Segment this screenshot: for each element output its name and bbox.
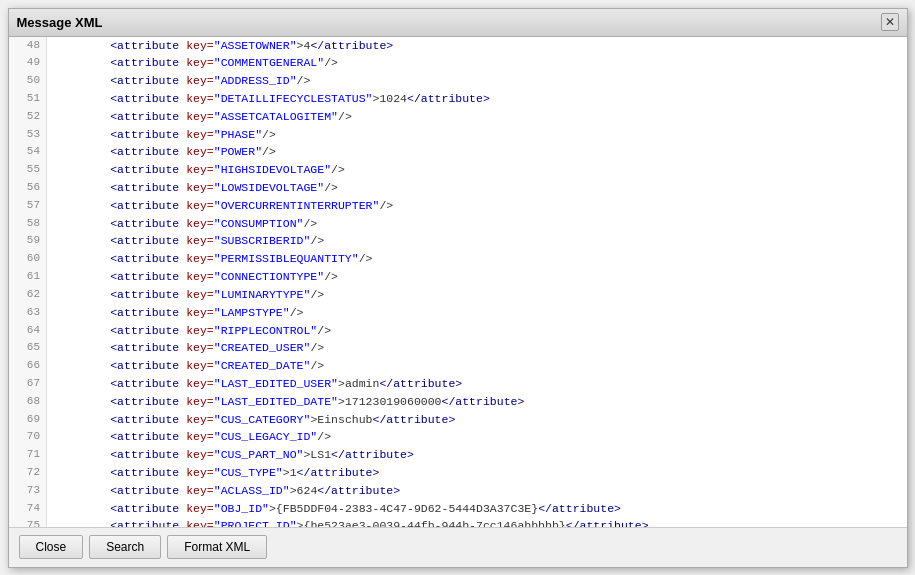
line-number: 72 bbox=[9, 464, 47, 482]
line-number: 64 bbox=[9, 322, 47, 340]
line-content: <attribute key="CUS_TYPE">1</attribute> bbox=[47, 464, 907, 482]
content-area: 48 <attribute key="ASSETOWNER">4</attrib… bbox=[9, 37, 907, 527]
line-number: 56 bbox=[9, 179, 47, 197]
title-bar: Message XML ✕ bbox=[9, 9, 907, 37]
line-content: <attribute key="RIPPLECONTROL"/> bbox=[47, 322, 907, 340]
line-number: 55 bbox=[9, 161, 47, 179]
line-content: <attribute key="PHASE"/> bbox=[47, 126, 907, 144]
line-number: 54 bbox=[9, 143, 47, 161]
line-content: <attribute key="CONNECTIONTYPE"/> bbox=[47, 268, 907, 286]
table-row: 72 <attribute key="CUS_TYPE">1</attribut… bbox=[9, 464, 907, 482]
dialog-title: Message XML bbox=[17, 15, 103, 30]
line-content: <attribute key="PROJECT_ID">{be523ae3-00… bbox=[47, 517, 907, 526]
table-row: 49 <attribute key="COMMENTGENERAL"/> bbox=[9, 54, 907, 72]
xml-code-container[interactable]: 48 <attribute key="ASSETOWNER">4</attrib… bbox=[9, 37, 907, 527]
table-row: 53 <attribute key="PHASE"/> bbox=[9, 126, 907, 144]
line-number: 70 bbox=[9, 428, 47, 446]
line-content: <attribute key="LAST_EDITED_USER">admin<… bbox=[47, 375, 907, 393]
line-content: <attribute key="CREATED_DATE"/> bbox=[47, 357, 907, 375]
table-row: 67 <attribute key="LAST_EDITED_USER">adm… bbox=[9, 375, 907, 393]
line-number: 61 bbox=[9, 268, 47, 286]
table-row: 50 <attribute key="ADDRESS_ID"/> bbox=[9, 72, 907, 90]
line-number: 50 bbox=[9, 72, 47, 90]
table-row: 63 <attribute key="LAMPSTYPE"/> bbox=[9, 304, 907, 322]
line-number: 62 bbox=[9, 286, 47, 304]
message-xml-dialog: Message XML ✕ 48 <attribute key="ASSETOW… bbox=[8, 8, 908, 568]
table-row: 71 <attribute key="CUS_PART_NO">LS1</att… bbox=[9, 446, 907, 464]
table-row: 56 <attribute key="LOWSIDEVOLTAGE"/> bbox=[9, 179, 907, 197]
line-number: 74 bbox=[9, 500, 47, 518]
line-content: <attribute key="PERMISSIBLEQUANTITY"/> bbox=[47, 250, 907, 268]
line-content: <attribute key="ACLASS_ID">624</attribut… bbox=[47, 482, 907, 500]
line-content: <attribute key="OVERCURRENTINTERRUPTER"/… bbox=[47, 197, 907, 215]
line-number: 58 bbox=[9, 215, 47, 233]
line-content: <attribute key="CUS_CATEGORY">Einschub</… bbox=[47, 411, 907, 429]
table-row: 52 <attribute key="ASSETCATALOGITEM"/> bbox=[9, 108, 907, 126]
line-number: 51 bbox=[9, 90, 47, 108]
line-number: 75 bbox=[9, 517, 47, 526]
line-content: <attribute key="ASSETCATALOGITEM"/> bbox=[47, 108, 907, 126]
line-number: 65 bbox=[9, 339, 47, 357]
line-number: 71 bbox=[9, 446, 47, 464]
table-row: 59 <attribute key="SUBSCRIBERID"/> bbox=[9, 232, 907, 250]
table-row: 75 <attribute key="PROJECT_ID">{be523ae3… bbox=[9, 517, 907, 526]
line-number: 49 bbox=[9, 54, 47, 72]
table-row: 68 <attribute key="LAST_EDITED_DATE">171… bbox=[9, 393, 907, 411]
line-number: 69 bbox=[9, 411, 47, 429]
line-number: 60 bbox=[9, 250, 47, 268]
table-row: 70 <attribute key="CUS_LEGACY_ID"/> bbox=[9, 428, 907, 446]
line-number: 53 bbox=[9, 126, 47, 144]
line-content: <attribute key="CONSUMPTION"/> bbox=[47, 215, 907, 233]
line-content: <attribute key="ASSETOWNER">4</attribute… bbox=[47, 37, 907, 55]
line-content: <attribute key="SUBSCRIBERID"/> bbox=[47, 232, 907, 250]
line-content: <attribute key="LAST_EDITED_DATE">171230… bbox=[47, 393, 907, 411]
close-icon[interactable]: ✕ bbox=[881, 13, 899, 31]
table-row: 74 <attribute key="OBJ_ID">{FB5DDF04-238… bbox=[9, 500, 907, 518]
table-row: 57 <attribute key="OVERCURRENTINTERRUPTE… bbox=[9, 197, 907, 215]
line-number: 48 bbox=[9, 37, 47, 55]
table-row: 48 <attribute key="ASSETOWNER">4</attrib… bbox=[9, 37, 907, 55]
line-number: 57 bbox=[9, 197, 47, 215]
line-content: <attribute key="CREATED_USER"/> bbox=[47, 339, 907, 357]
line-number: 66 bbox=[9, 357, 47, 375]
table-row: 73 <attribute key="ACLASS_ID">624</attri… bbox=[9, 482, 907, 500]
line-content: <attribute key="ADDRESS_ID"/> bbox=[47, 72, 907, 90]
line-content: <attribute key="LAMPSTYPE"/> bbox=[47, 304, 907, 322]
format-xml-button[interactable]: Format XML bbox=[167, 535, 267, 559]
table-row: 62 <attribute key="LUMINARYTYPE"/> bbox=[9, 286, 907, 304]
line-number: 68 bbox=[9, 393, 47, 411]
table-row: 54 <attribute key="POWER"/> bbox=[9, 143, 907, 161]
table-row: 51 <attribute key="DETAILLIFECYCLESTATUS… bbox=[9, 90, 907, 108]
search-button[interactable]: Search bbox=[89, 535, 161, 559]
table-row: 58 <attribute key="CONSUMPTION"/> bbox=[9, 215, 907, 233]
line-content: <attribute key="COMMENTGENERAL"/> bbox=[47, 54, 907, 72]
line-content: <attribute key="CUS_PART_NO">LS1</attrib… bbox=[47, 446, 907, 464]
line-number: 52 bbox=[9, 108, 47, 126]
code-table: 48 <attribute key="ASSETOWNER">4</attrib… bbox=[9, 37, 907, 527]
line-content: <attribute key="OBJ_ID">{FB5DDF04-2383-4… bbox=[47, 500, 907, 518]
line-number: 59 bbox=[9, 232, 47, 250]
line-content: <attribute key="DETAILLIFECYCLESTATUS">1… bbox=[47, 90, 907, 108]
line-content: <attribute key="LUMINARYTYPE"/> bbox=[47, 286, 907, 304]
line-content: <attribute key="LOWSIDEVOLTAGE"/> bbox=[47, 179, 907, 197]
line-number: 67 bbox=[9, 375, 47, 393]
table-row: 61 <attribute key="CONNECTIONTYPE"/> bbox=[9, 268, 907, 286]
table-row: 55 <attribute key="HIGHSIDEVOLTAGE"/> bbox=[9, 161, 907, 179]
footer: Close Search Format XML bbox=[9, 527, 907, 567]
table-row: 64 <attribute key="RIPPLECONTROL"/> bbox=[9, 322, 907, 340]
line-number: 73 bbox=[9, 482, 47, 500]
table-row: 60 <attribute key="PERMISSIBLEQUANTITY"/… bbox=[9, 250, 907, 268]
table-row: 66 <attribute key="CREATED_DATE"/> bbox=[9, 357, 907, 375]
close-button[interactable]: Close bbox=[19, 535, 84, 559]
line-content: <attribute key="HIGHSIDEVOLTAGE"/> bbox=[47, 161, 907, 179]
table-row: 65 <attribute key="CREATED_USER"/> bbox=[9, 339, 907, 357]
line-content: <attribute key="CUS_LEGACY_ID"/> bbox=[47, 428, 907, 446]
table-row: 69 <attribute key="CUS_CATEGORY">Einschu… bbox=[9, 411, 907, 429]
line-number: 63 bbox=[9, 304, 47, 322]
line-content: <attribute key="POWER"/> bbox=[47, 143, 907, 161]
